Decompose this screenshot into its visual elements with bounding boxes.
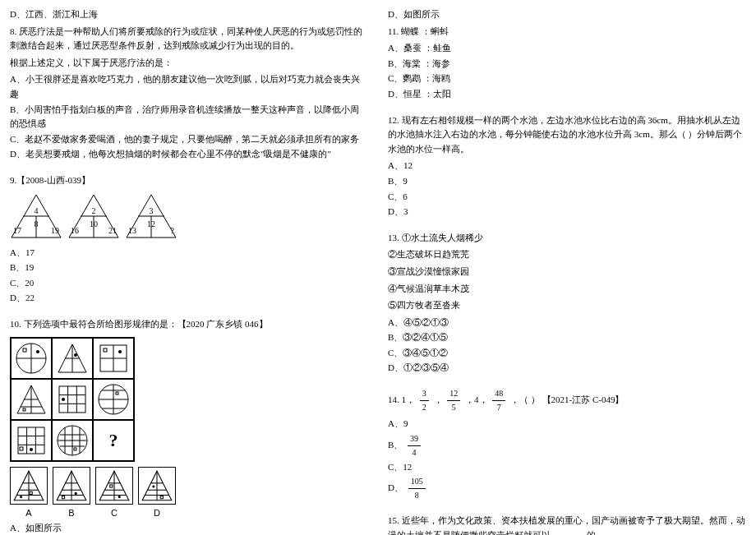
bpre: B、 <box>388 440 403 450</box>
ans-c-label: C <box>95 506 133 521</box>
ans-b-label: B <box>53 506 90 521</box>
q14-pre: 14. <box>388 394 399 404</box>
question-9: 9.【2008-山西-039】 4 8 17 19 2 10 16 21 3 1… <box>10 173 368 306</box>
svg-rect-61 <box>30 491 32 494</box>
q12-opt-a: A、12 <box>388 159 746 173</box>
q15-stem: 15. 近些年，作为文化政策、资本扶植发展的重心，国产动画被寄予了极大期望。然而… <box>388 514 746 535</box>
q12-opt-b: B、9 <box>388 174 746 189</box>
q9-opt-a: A、17 <box>10 246 368 261</box>
q13-opt-a: A、④⑤②①③ <box>388 316 746 330</box>
q8-opt-c: C、老赵不爱做家务爱喝酒，他的妻子规定，只要他喝醉，第二天就必须承担所有的家务 <box>10 132 368 147</box>
dpre: D、 <box>388 482 403 492</box>
prev-option-d: D、江西、浙江和上海 <box>10 7 368 22</box>
q12-stem: 12. 现有左右相邻规模一样的两个水池，左边水池水位比右边的高 36cm。用抽水… <box>388 113 746 157</box>
q9-title: 9.【2008-山西-039】 <box>10 173 368 188</box>
q14-opt-b: B、 394 <box>388 432 746 459</box>
q10-answers: A B C D <box>10 467 368 521</box>
q8-opt-d: D、老吴想要戒烟，他每次想抽烟的时候都会在心里不停的默念"吸烟是不健康的" <box>10 147 368 162</box>
tri2-top: 2 <box>67 205 120 218</box>
question-14: 14. 1， 32 ， 125 ，4， 487 ，（ ） 【2021-江苏 C-… <box>388 387 746 502</box>
svg-point-60 <box>20 496 22 498</box>
svg-point-68 <box>75 491 77 494</box>
svg-point-81 <box>152 485 154 487</box>
q13-opt-b: B、③②④①⑤ <box>388 330 746 345</box>
ans-d-label: D <box>138 506 176 521</box>
s2: ，4， <box>465 394 488 404</box>
q14-opt-c: C、12 <box>388 460 746 475</box>
tri2-bl: 16 <box>71 226 79 235</box>
svg-rect-74 <box>110 484 113 487</box>
q13-opt-c: C、③④⑤①② <box>388 346 746 361</box>
tri3-bl: 13 <box>128 226 136 235</box>
q14-opt-d: D、 1058 <box>388 475 746 502</box>
svg-point-17 <box>74 353 77 357</box>
q13-opt-d: D、①②③⑤④ <box>388 361 746 376</box>
q14-opt-a: A、9 <box>388 417 746 431</box>
qmark-icon: ? <box>109 426 118 454</box>
svg-point-75 <box>118 496 121 498</box>
q9-opt-d: D、22 <box>10 291 368 306</box>
q10-title: 10. 下列选项中最符合所给图形规律的是：【2020 广东乡镇 046】 <box>10 317 368 332</box>
q11-opt-c: C、鹦鹉 ：海鸥 <box>388 71 746 86</box>
question-10: 10. 下列选项中最符合所给图形规律的是：【2020 广东乡镇 046】 ? A… <box>10 317 368 535</box>
q8-opt-b: B、小周害怕手指划白板的声音，治疗师用录音机连续播放一整天这种声音，以降低小周的… <box>10 103 368 131</box>
f3n: 48 <box>492 387 505 401</box>
q10-opt-a: A、如图所示 <box>10 521 368 535</box>
svg-rect-54 <box>74 448 76 450</box>
svg-rect-82 <box>160 496 163 498</box>
q11-opt-a: A、桑蚕 ：鲑鱼 <box>388 41 746 56</box>
tri1-top: 4 <box>10 205 62 218</box>
tri3-top: 3 <box>125 205 177 218</box>
dd: 8 <box>408 489 426 502</box>
q13-l3: ③宣战沙漠憧憬家园 <box>388 265 746 279</box>
tri2-br: 21 <box>108 226 117 235</box>
tri1-br: 19 <box>51 226 59 235</box>
question-13: 13. ①水土流失人烟稀少 ②生态破坏日趋荒芜 ③宣战沙漠憧憬家园 ④气候温润草… <box>388 231 746 376</box>
question-15: 15. 近些年，作为文化政策、资本扶植发展的重心，国产动画被寄予了极大期望。然而… <box>388 514 746 535</box>
q8-stem1: 8. 厌恶疗法是一种帮助人们将所要戒除的行为或症状，同某种使人厌恶的行为或惩罚性… <box>10 25 368 53</box>
bd: 4 <box>408 446 421 459</box>
question-12: 12. 现有左右相邻规模一样的两个水池，左边水池水位比右边的高 36cm。用抽水… <box>388 113 746 219</box>
f1d: 2 <box>420 401 429 414</box>
svg-rect-12 <box>23 348 26 352</box>
q11-opt-b: B、海棠 ：海参 <box>388 57 746 71</box>
tri3-br: ? <box>171 226 174 235</box>
q10-opt-d: D、如图所示 <box>388 7 746 22</box>
f2d: 5 <box>447 401 460 414</box>
q12-opt-c: C、6 <box>388 190 746 205</box>
q8-opt-a: A、小王很胖还是喜欢吃巧克力，他的朋友建议他一次吃到腻，以后对巧克力就会丧失兴趣 <box>10 72 368 101</box>
q11-title: 11. 蝴蝶 ：蝌蚪 <box>388 25 746 39</box>
q9-figure: 4 8 17 19 2 10 16 21 3 12 13 ? <box>10 193 368 239</box>
f1n: 3 <box>420 387 429 401</box>
dn: 105 <box>408 475 426 489</box>
q11-opt-d: D、恒星 ：太阳 <box>388 87 746 102</box>
f2n: 12 <box>447 387 460 401</box>
svg-rect-39 <box>116 392 118 394</box>
svg-point-46 <box>30 448 33 451</box>
tri1-bl: 17 <box>13 226 21 235</box>
q13-l2: ②生态破坏日趋荒芜 <box>388 247 746 262</box>
q14-tag: 【2021-江苏 C-049】 <box>542 394 625 404</box>
question-11: 11. 蝴蝶 ：蝌蚪 A、桑蚕 ：鲑鱼 B、海棠 ：海参 C、鹦鹉 ：海鸥 D、… <box>388 25 746 102</box>
q12-opt-d: D、3 <box>388 205 746 219</box>
s3: ，（ ） <box>510 394 540 404</box>
s1: ， <box>434 394 443 404</box>
ans-a-label: A <box>10 506 48 521</box>
q13-l4: ④气候温润草丰木茂 <box>388 282 746 297</box>
q9-opt-b: B、19 <box>10 261 368 275</box>
svg-point-33 <box>62 398 65 401</box>
svg-rect-27 <box>23 408 25 411</box>
svg-point-22 <box>118 350 122 353</box>
svg-point-13 <box>36 350 39 353</box>
q10-matrix: ? <box>10 337 135 462</box>
f3d: 7 <box>492 401 505 414</box>
bn: 39 <box>408 432 421 446</box>
q13-l5: ⑤四方牧者至沓来 <box>388 298 746 313</box>
q14-n1: 1， <box>402 394 416 404</box>
question-8: 8. 厌恶疗法是一种帮助人们将所要戒除的行为或症状，同某种使人厌恶的行为或惩罚性… <box>10 25 368 162</box>
svg-rect-67 <box>62 496 64 498</box>
q14-seq: 14. 1， 32 ， 125 ，4， 487 ，（ ） 【2021-江苏 C-… <box>388 387 746 414</box>
q8-stem2: 根据上述定义，以下属于厌恶疗法的是： <box>10 56 368 71</box>
q9-opt-c: C、20 <box>10 276 368 291</box>
svg-rect-45 <box>20 447 23 450</box>
